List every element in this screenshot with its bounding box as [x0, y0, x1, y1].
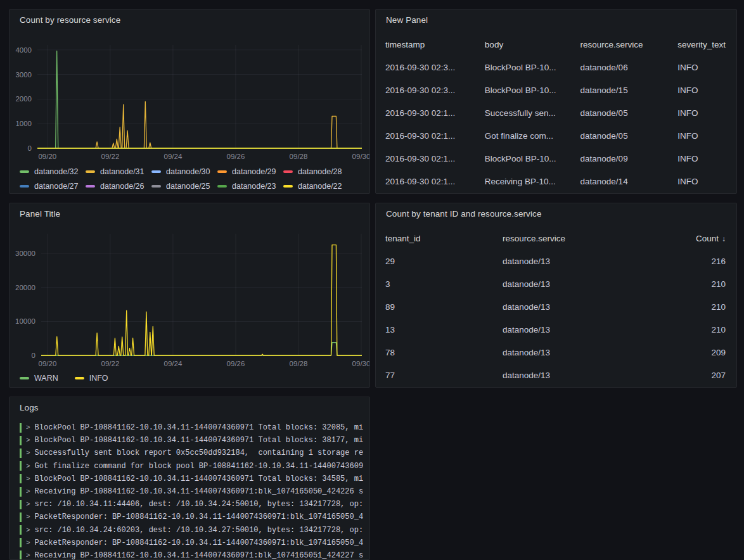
- table-cell: INFO: [668, 147, 736, 170]
- svg-text:09/22: 09/22: [101, 153, 120, 160]
- series-color-swatch: [151, 170, 161, 173]
- expand-chevron-icon[interactable]: >: [26, 500, 30, 508]
- legend-item-datanode-28[interactable]: datanode/28: [283, 164, 349, 179]
- table-cell: datanode/13: [493, 250, 673, 272]
- log-line-text: BlockPool BP-108841162-10.10.34.11-14400…: [35, 436, 369, 445]
- legend-item-datanode-26[interactable]: datanode/26: [86, 179, 151, 193]
- table-cell: Got finalize com...: [475, 124, 571, 147]
- legend-item-datanode-31[interactable]: datanode/31: [86, 164, 151, 179]
- panel-header-count-by-tenant[interactable]: Count by tenant ID and resource.service: [376, 203, 736, 222]
- legend-item-datanode-25[interactable]: datanode/25: [151, 179, 217, 193]
- svg-text:0: 0: [32, 352, 35, 359]
- table-cell: 2016-09-30 02:1...: [376, 170, 475, 193]
- legend-label: datanode/26: [100, 182, 144, 191]
- column-header-resource-service[interactable]: resource.service: [493, 227, 673, 250]
- table-row: 77datanode/13207: [376, 364, 736, 386]
- log-line-text: BlockPool BP-108841162-10.10.34.11-14400…: [35, 423, 369, 432]
- grafana-dashboard: Count by resource service 01000200030004…: [0, 0, 744, 560]
- expand-chevron-icon[interactable]: >: [26, 436, 30, 444]
- expand-chevron-icon[interactable]: >: [26, 462, 30, 470]
- panel-panel-title: Panel Title 010000200003000009/2009/2209…: [9, 203, 370, 388]
- expand-chevron-icon[interactable]: >: [26, 475, 30, 483]
- column-header-Count[interactable]: Count↓: [673, 227, 736, 250]
- log-line-text: src: /10.10.34.24:60203, dest: /10.10.34…: [35, 526, 369, 535]
- log-row[interactable]: >BlockPool BP-108841162-10.10.34.11-1440…: [10, 421, 369, 434]
- tenant-count-table: tenant_idresource.serviceCount↓29datanod…: [376, 227, 736, 386]
- log-row[interactable]: >src: /10.10.34.24:60203, dest: /10.10.3…: [10, 524, 369, 537]
- table-cell: INFO: [668, 101, 736, 124]
- log-row[interactable]: >BlockPool BP-108841162-10.10.34.11-1440…: [10, 434, 369, 447]
- table-cell: 77: [376, 364, 493, 386]
- table-cell: datanode/15: [571, 79, 669, 101]
- log-row[interactable]: >Got finalize command for block pool BP-…: [10, 460, 369, 473]
- log-level-bar: [20, 512, 22, 522]
- panel-new-panel: New Panel timestampbodyresource.services…: [375, 9, 737, 194]
- expand-chevron-icon[interactable]: >: [26, 526, 30, 534]
- column-header-resource-service[interactable]: resource.service: [571, 33, 669, 56]
- series-color-swatch: [151, 185, 161, 188]
- table-header-row: tenant_idresource.serviceCount↓: [376, 227, 736, 250]
- series-line-WARN: [41, 343, 362, 355]
- series-color-swatch: [20, 185, 29, 188]
- svg-text:4000: 4000: [15, 46, 32, 54]
- table-row: 2016-09-30 02:1...Successfully sen...dat…: [376, 101, 736, 124]
- log-line-text: src: /10.10.34.11:44406, dest: /10.10.34…: [35, 500, 369, 509]
- log-row[interactable]: >BlockPool BP-108841162-10.10.34.11-1440…: [10, 473, 369, 485]
- legend-item-datanode-23[interactable]: datanode/23: [217, 179, 283, 193]
- log-row[interactable]: >Receiving BP-108841162-10.10.34.11-1440…: [10, 549, 369, 560]
- table-row: 78datanode/13209: [376, 341, 736, 364]
- legend-item-datanode-30[interactable]: datanode/30: [151, 164, 217, 179]
- log-row[interactable]: >src: /10.10.34.11:44406, dest: /10.10.3…: [10, 498, 369, 511]
- svg-text:09/24: 09/24: [164, 360, 183, 367]
- log-row[interactable]: >PacketResponder: BP-108841162-10.10.34.…: [10, 537, 369, 549]
- table-cell: Successfully sen...: [475, 101, 571, 124]
- column-header-timestamp[interactable]: timestamp: [376, 33, 475, 56]
- table-cell: 210: [673, 295, 736, 318]
- log-line-text: Receiving BP-108841162-10.10.34.11-14400…: [35, 487, 369, 496]
- legend-item-WARN[interactable]: WARN: [20, 371, 58, 385]
- expand-chevron-icon[interactable]: >: [26, 552, 30, 559]
- log-row[interactable]: >Successfully sent block report 0x5cc50d…: [10, 447, 369, 459]
- table-row: 13datanode/13210: [376, 318, 736, 341]
- legend-item-datanode-27[interactable]: datanode/27: [20, 179, 86, 193]
- expand-chevron-icon[interactable]: >: [26, 539, 30, 547]
- legend-item-datanode-29[interactable]: datanode/29: [217, 164, 283, 179]
- log-row[interactable]: >Receiving BP-108841162-10.10.34.11-1440…: [10, 485, 369, 498]
- legend-label: datanode/23: [232, 182, 276, 191]
- expand-chevron-icon[interactable]: >: [26, 449, 30, 457]
- expand-chevron-icon[interactable]: >: [26, 488, 30, 495]
- table-cell: Receiving BP-10...: [475, 170, 571, 193]
- log-line-text: PacketResponder: BP-108841162-10.10.34.1…: [35, 512, 369, 521]
- column-header-severity_text[interactable]: severity_text: [668, 33, 736, 56]
- legend-label: INFO: [89, 374, 108, 383]
- column-header-body[interactable]: body: [475, 33, 571, 56]
- svg-text:09/28: 09/28: [290, 360, 308, 367]
- timeseries-chart-severity[interactable]: 010000200003000009/2009/2209/2409/2609/2…: [10, 203, 370, 388]
- svg-text:0: 0: [28, 144, 32, 152]
- table-row: 2016-09-30 02:3...BlockPool BP-10...data…: [376, 56, 736, 79]
- legend-item-datanode-32[interactable]: datanode/32: [20, 164, 86, 179]
- legend-item-datanode-22[interactable]: datanode/22: [283, 179, 349, 193]
- expand-chevron-icon[interactable]: >: [26, 513, 30, 521]
- table-cell: INFO: [668, 79, 736, 101]
- series-color-swatch: [217, 185, 227, 188]
- expand-chevron-icon[interactable]: >: [26, 424, 30, 431]
- table-row: 89datanode/13210: [376, 295, 736, 318]
- table-cell: datanode/13: [493, 272, 673, 295]
- table-row: 2016-09-30 02:1...Receiving BP-10...data…: [376, 170, 736, 193]
- log-level-bar: [20, 423, 22, 433]
- log-row[interactable]: >PacketResponder: BP-108841162-10.10.34.…: [10, 511, 369, 523]
- log-level-bar: [20, 449, 22, 458]
- svg-text:10000: 10000: [15, 317, 35, 325]
- panel-header-new-panel[interactable]: New Panel: [376, 10, 736, 29]
- table-cell: datanode/05: [571, 101, 669, 124]
- log-line-text: Got finalize command for block pool BP-1…: [35, 462, 369, 471]
- svg-text:09/30: 09/30: [352, 153, 370, 160]
- legend-label: datanode/28: [298, 167, 342, 176]
- column-header-tenant_id[interactable]: tenant_id: [376, 227, 493, 250]
- panel-header-logs[interactable]: Logs: [10, 397, 369, 416]
- panel-logs: Logs >BlockPool BP-108841162-10.10.34.11…: [9, 397, 370, 560]
- svg-text:09/20: 09/20: [39, 360, 57, 367]
- legend-item-INFO[interactable]: INFO: [75, 371, 108, 385]
- log-level-bar: [20, 525, 22, 535]
